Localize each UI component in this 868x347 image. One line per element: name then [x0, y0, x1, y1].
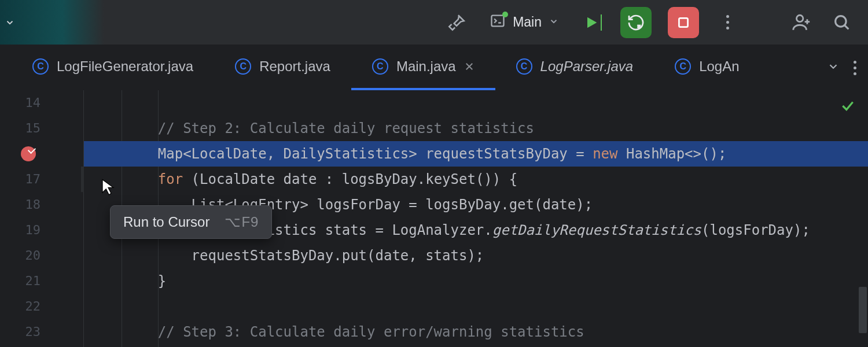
tab-list-actions	[827, 45, 868, 90]
java-class-icon: C	[372, 58, 388, 75]
code-line: for (LocalDate date : logsByDay.keySet()…	[84, 167, 868, 192]
show-tabs-dropdown[interactable]	[827, 60, 840, 75]
tab-report[interactable]: C Report.java	[214, 45, 351, 90]
kebab-icon	[854, 61, 856, 75]
breakpoint-icon[interactable]	[21, 146, 36, 161]
svg-rect-0	[492, 15, 504, 26]
run-configuration-selector[interactable]: Main	[485, 9, 564, 36]
tab-logan[interactable]: C LogAn	[654, 45, 760, 90]
java-class-icon: C	[675, 58, 691, 75]
code-line	[84, 90, 868, 116]
code-line: requestStatsByDay.put(date, stats);	[84, 243, 868, 268]
line-numbers: 14 15 17 18 19 20 21 22 23	[0, 90, 51, 345]
code-with-me-button[interactable]	[789, 10, 814, 35]
close-icon[interactable]	[464, 61, 475, 72]
main-toolbar: Main	[0, 0, 868, 45]
java-class-icon: C	[32, 58, 49, 75]
tab-label: Report.java	[259, 58, 330, 75]
stop-button[interactable]	[668, 7, 699, 38]
tab-main[interactable]: C Main.java	[351, 45, 495, 90]
tab-options-button[interactable]	[854, 61, 856, 75]
tooltip-shortcut: ⌥F9	[225, 214, 259, 230]
svg-rect-2	[679, 18, 687, 27]
more-actions-button[interactable]	[715, 10, 740, 35]
chevron-down-icon	[5, 17, 15, 28]
code-line	[84, 294, 868, 319]
terminal-icon	[490, 13, 506, 32]
editor-gutter[interactable]: 14 15 17 18 19 20 21 22 23	[0, 90, 84, 347]
tab-label: LogAn	[699, 58, 739, 75]
svg-line-5	[845, 25, 849, 29]
search-everywhere-button[interactable]	[830, 10, 854, 35]
code-line: // Step 2: Calculate daily request stati…	[84, 116, 868, 141]
code-line: // Step 3: Calculate daily error/warning…	[84, 319, 868, 345]
tab-label: Main.java	[396, 58, 456, 75]
build-icon[interactable]	[444, 10, 469, 35]
project-panel-toggle[interactable]	[0, 0, 104, 45]
code-line-highlighted: Map<LocalDate, DailyStatistics> requestS…	[84, 141, 868, 167]
kebab-icon	[726, 15, 729, 29]
debug-rerun-button[interactable]	[620, 7, 652, 38]
run-button[interactable]	[580, 10, 604, 35]
tab-logparser[interactable]: C LogParser.java	[495, 45, 654, 90]
tab-logfilegenerator[interactable]: C LogFileGenerator.java	[12, 45, 214, 90]
svg-point-4	[836, 16, 846, 26]
java-class-icon: C	[516, 58, 532, 75]
tooltip-run-to-cursor: Run to Cursor ⌥F9	[110, 205, 272, 239]
tab-label: LogFileGenerator.java	[57, 58, 193, 75]
chevron-down-icon	[549, 14, 559, 30]
tab-label: LogParser.java	[540, 58, 634, 75]
java-class-icon: C	[235, 58, 251, 75]
run-config-label: Main	[513, 14, 542, 30]
toolbar-actions: Main	[118, 7, 854, 38]
svg-point-3	[797, 15, 803, 21]
code-line: }	[84, 268, 868, 294]
tooltip-text: Run to Cursor	[123, 214, 209, 230]
editor-tabs: C LogFileGenerator.java C Report.java C …	[0, 45, 868, 90]
